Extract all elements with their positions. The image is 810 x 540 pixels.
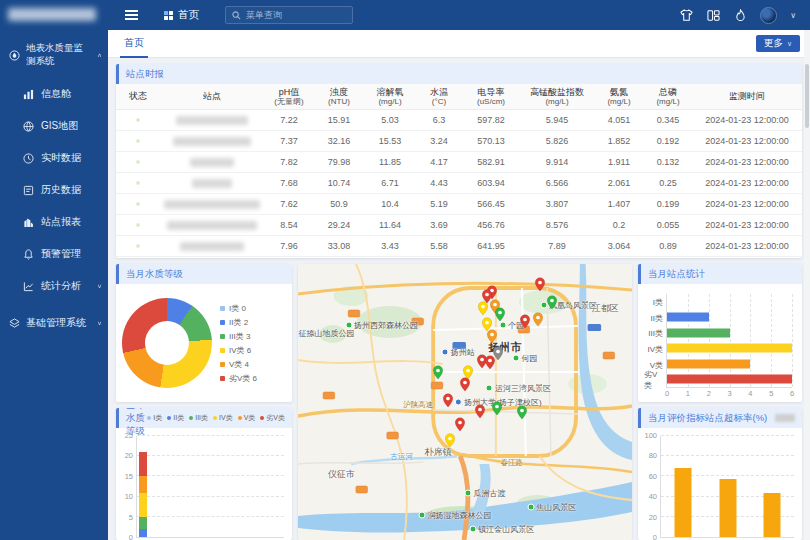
legend-item[interactable]: I类	[147, 413, 162, 423]
legend-item[interactable]: 劣V类 6	[220, 373, 257, 384]
station-pin-orange[interactable]	[486, 329, 497, 344]
table-row[interactable]: 8.5429.2411.643.69456.768.5760.20.055202…	[116, 215, 802, 236]
station-pin-red[interactable]	[475, 404, 486, 419]
station-pin-green[interactable]	[433, 365, 444, 380]
table-row[interactable]: 7.3732.1615.533.24570.135.8261.8520.1922…	[116, 131, 802, 152]
value-cell: 7.62	[264, 199, 314, 209]
station-pin-yellow[interactable]	[478, 301, 489, 316]
value-cell: 6.566	[520, 178, 594, 188]
value-cell: 5.945	[520, 115, 594, 125]
sidebar-item-2[interactable]: GIS地图	[0, 110, 108, 142]
sidebar-item-3[interactable]: 实时数据	[0, 142, 108, 174]
map-label: 古运河	[390, 452, 413, 462]
sidebar-item-1[interactable]: 信息舱	[0, 78, 108, 110]
station-pin-green[interactable]	[516, 405, 527, 420]
time-cell: 2024-01-23 12:00:00	[692, 241, 802, 251]
legend-item[interactable]: III类 3	[220, 331, 257, 342]
layout-columns-icon[interactable]	[706, 8, 720, 22]
gis-map-panel[interactable]: 扬州市江都区仪征市朴席镇扬州站个园何园运河三湾风景区凤凰岛风景区扬州西郊森林公园…	[298, 264, 632, 540]
value-cell: 582.91	[462, 157, 520, 167]
station-pin-green[interactable]	[546, 295, 557, 310]
value-cell: 5.58	[416, 241, 462, 251]
value-cell: 3.807	[520, 199, 594, 209]
sidebar-item-label: 历史数据	[41, 183, 81, 197]
column-header: 溶解氧(mg/L)	[364, 87, 416, 107]
hbar-V类	[667, 359, 750, 368]
topbar-actions: ∨	[679, 7, 810, 24]
user-avatar[interactable]	[760, 7, 777, 24]
station-report-title: 站点时报	[126, 68, 164, 81]
sidebar-collapse-button[interactable]	[116, 0, 146, 30]
topbar: 首页 菜单查询 ∨	[0, 0, 810, 30]
monthly-grade-panel: 当月水质等级 I类 0II类 2III类 3IV类 6V类 4劣V类 6	[116, 264, 292, 402]
system-circle-icon	[8, 49, 20, 61]
time-cell: 2024-01-23 12:00:00	[692, 199, 802, 209]
value-cell: 4.17	[416, 157, 462, 167]
station-pin-red[interactable]	[454, 417, 465, 432]
table-row[interactable]: 7.2215.915.036.3597.825.9454.0510.345202…	[116, 110, 802, 131]
map-label: 运河三湾风景区	[486, 383, 551, 394]
annual-grade-legend: I类II类III类IV类V类劣V类	[147, 413, 285, 423]
station-pin-orange[interactable]	[533, 312, 544, 327]
station-pin-green[interactable]	[495, 307, 506, 322]
page-scrollbar[interactable]	[804, 30, 810, 540]
hbar-IV类	[667, 344, 792, 353]
value-cell: 2.061	[594, 178, 644, 188]
station-pin-red[interactable]	[535, 277, 546, 292]
station-pin-red[interactable]	[460, 377, 471, 392]
sidebar-group-base-system[interactable]: 基础管理系统 ∨	[0, 302, 108, 340]
main-content: 站点时报 状态站点pH值(无量纲)浊度(NTU)溶解氧(mg/L)水温(°C)电…	[108, 58, 810, 540]
exceed-rate-chart: 020406080100高锰酸盐指数氨氮总磷	[642, 436, 794, 538]
value-cell: 29.24	[314, 220, 364, 230]
menu-search-input[interactable]: 菜单查询	[225, 6, 353, 24]
legend-item[interactable]: III类	[189, 413, 208, 423]
theme-skin-icon[interactable]	[679, 8, 693, 22]
more-chevron-icon: ∨	[787, 40, 792, 48]
station-report-table: 状态站点pH值(无量纲)浊度(NTU)溶解氧(mg/L)水温(°C)电导率(uS…	[116, 84, 802, 258]
legend-item[interactable]: IV类 6	[220, 345, 257, 356]
station-pin-red[interactable]	[520, 314, 531, 329]
user-menu-chevron-icon[interactable]: ∨	[790, 11, 796, 20]
column-header: 浊度(NTU)	[314, 87, 364, 107]
breadcrumb-home[interactable]: 首页	[164, 8, 199, 22]
station-pin-yellow[interactable]	[444, 433, 455, 448]
legend-item[interactable]: IV类	[213, 413, 233, 423]
table-row[interactable]: 7.6250.910.45.19566.453.8071.4070.199202…	[116, 194, 802, 215]
sidebar-item-6[interactable]: 预警管理	[0, 238, 108, 270]
sidebar-item-4[interactable]: 历史数据	[0, 174, 108, 206]
time-cell: 2024-01-23 12:00:00	[692, 178, 802, 188]
tab-home[interactable]: 首页	[120, 30, 148, 58]
value-cell: 7.22	[264, 115, 314, 125]
sidebar-item-label: 统计分析	[41, 279, 81, 293]
exceed-rate-blurred-link[interactable]	[775, 414, 795, 422]
more-button[interactable]: 更多∨	[756, 35, 800, 52]
legend-item[interactable]: V类	[238, 413, 256, 423]
table-row[interactable]: 7.6810.746.714.43603.946.5662.0610.25202…	[116, 173, 802, 194]
value-cell: 7.96	[264, 241, 314, 251]
station-pin-red[interactable]	[443, 393, 454, 408]
value-cell: 10.74	[314, 178, 364, 188]
scrollbar-thumb[interactable]	[805, 64, 809, 128]
legend-item[interactable]: 劣V类	[260, 413, 285, 423]
monthly-station-chart: I类II类III类IV类V类劣V类0123456	[644, 294, 792, 388]
legend-item[interactable]: V类 4	[220, 359, 257, 370]
search-icon	[232, 11, 241, 20]
value-cell: 570.13	[462, 136, 520, 146]
flame-icon[interactable]	[733, 8, 747, 22]
legend-item[interactable]: II类 2	[220, 317, 257, 328]
station-name-blurred	[160, 221, 264, 230]
legend-item[interactable]: II类	[167, 413, 184, 423]
legend-item[interactable]: I类 0	[220, 303, 257, 314]
table-row[interactable]: 7.8279.9811.854.17582.919.9141.9110.1322…	[116, 152, 802, 173]
sidebar-group-water-system[interactable]: 地表水质量监测系统 ∧	[0, 30, 108, 78]
value-cell: 15.91	[314, 115, 364, 125]
home-grid-icon	[164, 11, 173, 20]
time-cell: 2024-01-23 12:00:00	[692, 136, 802, 146]
station-pin-green[interactable]	[491, 401, 502, 416]
column-header: 总磷(mg/L)	[644, 87, 692, 107]
station-pin-red[interactable]	[485, 355, 496, 370]
sidebar-item-5[interactable]: 站点报表	[0, 206, 108, 238]
sidebar-item-7[interactable]: 统计分析∨	[0, 270, 108, 302]
column-header: 氨氮(mg/L)	[594, 87, 644, 107]
table-row[interactable]: 7.9633.083.435.58641.957.893.0640.892024…	[116, 236, 802, 257]
